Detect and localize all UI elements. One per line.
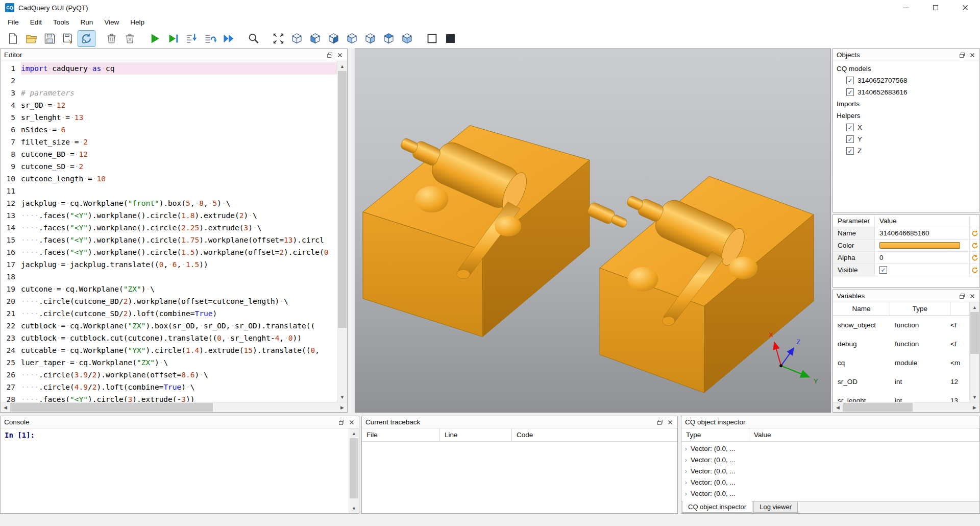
tab-log-viewer[interactable]: Log viewer <box>753 501 798 513</box>
view-bottom-cube-button[interactable] <box>398 30 416 47</box>
scroll-up-icon[interactable]: ▲ <box>349 428 359 438</box>
variable-row-sr_OD[interactable]: sr_ODint12 <box>833 372 969 391</box>
code-line[interactable]: 18 <box>1 271 337 283</box>
checkbox[interactable]: ✓ <box>846 77 854 84</box>
variable-row-debug[interactable]: debugfunction<f <box>833 334 969 353</box>
minimize-button[interactable] <box>891 0 921 15</box>
checkbox[interactable]: ✓ <box>846 88 854 96</box>
traceback-panel-header[interactable]: Current traceback <box>362 416 677 428</box>
menu-item-tools[interactable]: Tools <box>47 15 75 29</box>
tree-item-z[interactable]: ✓Z <box>833 145 979 157</box>
editor-viewport-splitter[interactable] <box>348 49 355 413</box>
code-line[interactable]: 19cutcone·=·cq.Workplane("ZX")·\ <box>1 283 337 295</box>
step-into-button[interactable] <box>183 30 201 47</box>
code-line[interactable]: 3# parameters <box>1 87 337 99</box>
float-panel-button[interactable] <box>655 417 665 427</box>
code-line[interactable]: 8cutcone_BD·=·12 <box>1 148 337 160</box>
menu-item-edit[interactable]: Edit <box>24 15 47 29</box>
scrollbar-thumb[interactable] <box>843 403 913 412</box>
variables-panel-header[interactable]: Variables <box>833 290 979 302</box>
inspector-col-type[interactable]: Type <box>681 428 749 441</box>
view-top-cube-button[interactable] <box>380 30 398 47</box>
view-left-cube-button[interactable] <box>343 30 361 47</box>
maximize-button[interactable] <box>921 0 950 15</box>
scroll-down-icon[interactable]: ▼ <box>337 392 347 402</box>
code-line[interactable]: 5sr_lenght·=·13 <box>1 111 337 124</box>
variables-horizontal-scrollbar[interactable]: ◀ ▶ <box>833 402 979 412</box>
autoreload-button[interactable] <box>78 30 95 47</box>
continue-fast-forward-button[interactable] <box>219 30 237 47</box>
inspector-col-value[interactable]: Value <box>749 428 979 441</box>
tree-item-y[interactable]: ✓Y <box>833 133 979 145</box>
tree-item-3140652707568[interactable]: ✓3140652707568 <box>833 75 979 86</box>
editor-vertical-scrollbar[interactable]: ▲ ▼ <box>337 61 347 402</box>
visible-checkbox[interactable]: ✓ <box>879 266 887 274</box>
inspector-row[interactable]: ›Vector: (0.0, ... <box>681 454 979 465</box>
scrollbar-thumb[interactable] <box>350 438 358 498</box>
scroll-down-icon[interactable]: ▼ <box>349 504 359 513</box>
expand-arrow-icon[interactable]: › <box>681 479 691 486</box>
new-file-button[interactable] <box>4 30 22 47</box>
reset-button[interactable] <box>969 264 979 276</box>
variable-row-sr_lenght[interactable]: sr_lenghtint13 <box>833 391 969 402</box>
checkbox[interactable]: ✓ <box>846 124 854 131</box>
view-front-cube-button[interactable] <box>306 30 324 47</box>
traceback-col-file[interactable]: File <box>362 428 440 441</box>
traceback-col-line[interactable]: Line <box>440 428 512 441</box>
menu-item-run[interactable]: Run <box>75 15 99 29</box>
view-iso-cube-button[interactable] <box>288 30 306 47</box>
expand-arrow-icon[interactable]: › <box>681 445 691 452</box>
code-line[interactable]: 26····.circle(3.9/2).workplane(offset=8.… <box>1 369 337 381</box>
code-line[interactable]: 1import·cadquery·as·cq <box>1 62 337 75</box>
code-line[interactable]: 20····.circle(cutcone_BD/2).workplane(of… <box>1 295 337 307</box>
float-panel-button[interactable] <box>957 291 967 301</box>
scroll-down-icon[interactable]: ▼ <box>970 392 979 402</box>
code-line[interactable]: 9cutcone_SD·=·2 <box>1 160 337 173</box>
shaded-square-button[interactable] <box>442 30 459 47</box>
scrollbar-thumb[interactable] <box>10 403 213 412</box>
code-line[interactable]: 22cutblock·=·cq.Workplane("ZX").box(sr_O… <box>1 320 337 332</box>
variables-col-name[interactable]: Name <box>833 302 890 315</box>
tree-item-x[interactable]: ✓X <box>833 122 979 133</box>
code-line[interactable]: 16····.faces("<Y").workplane().circle(1.… <box>1 246 337 258</box>
viewport-3d[interactable]: X Z Y <box>355 49 831 413</box>
close-panel-button[interactable] <box>665 417 675 427</box>
variables-vertical-scrollbar[interactable]: ▲ ▼ <box>969 302 979 402</box>
variable-row-cq[interactable]: cqmodule<m <box>833 353 969 372</box>
variable-row-show_object[interactable]: show_objectfunction<f <box>833 316 969 334</box>
code-line[interactable]: 23cutblock·=·cutblock.cut(cutcone).trans… <box>1 332 337 344</box>
code-line[interactable]: 4sr_OD·=·12 <box>1 99 337 111</box>
open-file-button[interactable] <box>22 30 40 47</box>
scroll-up-icon[interactable]: ▲ <box>970 302 979 312</box>
editor-panel-header[interactable]: Editor <box>1 49 347 61</box>
console-panel-header[interactable]: Console <box>1 416 359 428</box>
scroll-up-icon[interactable]: ▲ <box>337 61 347 71</box>
tree-item-cq-models[interactable]: CQ models <box>833 63 979 75</box>
code-line[interactable]: 15····.faces("<Y").workplane().circle(1.… <box>1 234 337 246</box>
code-line[interactable]: 7fillet_size·=·2 <box>1 136 337 148</box>
expand-arrow-icon[interactable]: › <box>681 490 691 497</box>
close-panel-button[interactable] <box>347 417 357 427</box>
scroll-right-icon[interactable]: ▶ <box>970 402 979 412</box>
zoom-magnifier-button[interactable] <box>244 30 262 47</box>
code-line[interactable]: 27····.circle(4.9/2).loft(combine=True)·… <box>1 381 337 393</box>
tree-item-helpers[interactable]: Helpers <box>833 110 979 122</box>
close-panel-button[interactable] <box>335 50 345 60</box>
render-play-button[interactable] <box>146 30 164 47</box>
traceback-col-code[interactable]: Code <box>512 428 677 441</box>
objects-panel-header[interactable]: Objects <box>833 49 979 61</box>
scroll-left-icon[interactable]: ◀ <box>833 402 843 412</box>
view-back-cube-button[interactable] <box>325 30 342 47</box>
code-line[interactable]: 25luer_taper·=·cq.Workplane("ZX")·\ <box>1 356 337 369</box>
code-line[interactable]: 11 <box>1 185 337 197</box>
close-panel-button[interactable] <box>967 291 977 301</box>
menu-item-view[interactable]: View <box>99 15 125 29</box>
fit-view-button[interactable] <box>270 30 287 47</box>
wireframe-square-button[interactable] <box>423 30 441 47</box>
titlebar[interactable]: CQ CadQuery GUI (PyQT) <box>0 0 980 15</box>
scroll-right-icon[interactable]: ▶ <box>337 402 347 412</box>
scrollbar-thumb[interactable] <box>338 71 347 328</box>
inspector-row[interactable]: ›Vector: (0.0, ... <box>681 465 979 476</box>
code-line[interactable]: 6nSides·=·6 <box>1 124 337 136</box>
reset-button[interactable] <box>969 252 979 264</box>
